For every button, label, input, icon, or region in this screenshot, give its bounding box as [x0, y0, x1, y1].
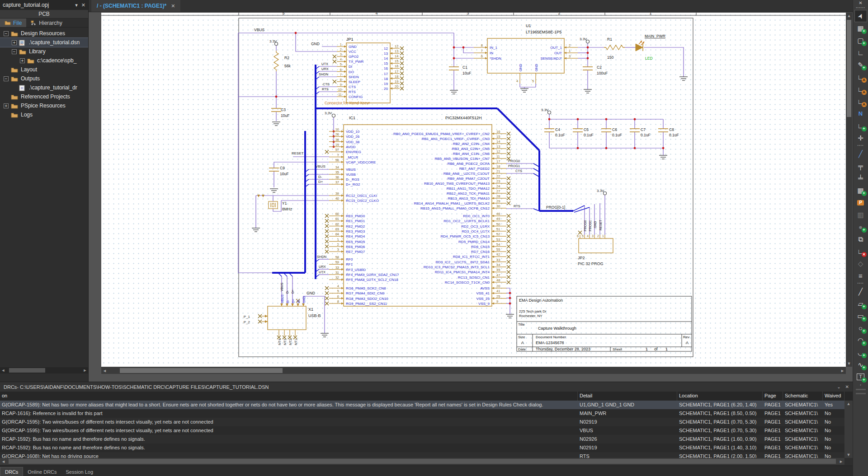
- schematic-canvas[interactable]: 54321DEMA Design Automation225 Tech park…: [101, 13, 846, 367]
- svg-text:D+: D+: [291, 289, 294, 294]
- svg-text:CTS: CTS: [515, 169, 522, 173]
- draw-arc-icon[interactable]: ◠+: [855, 335, 867, 346]
- place-ground-icon[interactable]: ╧: [855, 173, 867, 184]
- netgroup-icon[interactable]: N: [855, 108, 867, 119]
- draw-line-icon[interactable]: ╱: [855, 286, 867, 297]
- svg-text:RF5_PMA8_U2TX_SCL2_CN18: RF5_PMA8_U2TX_SCL2_CN18: [346, 278, 398, 282]
- place-wire-icon[interactable]: ∟: [855, 47, 867, 58]
- svg-text:MT2: MT2: [289, 339, 292, 345]
- svg-text:UTX: UTX: [319, 270, 326, 274]
- draw-text-icon[interactable]: T+: [855, 371, 867, 383]
- chevron-down-icon[interactable]: ▾: [75, 2, 78, 8]
- drc-vscrollbar[interactable]: ▲▼: [844, 401, 853, 458]
- tab-schematic-page1[interactable]: / - (SCHEMATIC1 : PAGE1)* ✕: [91, 0, 180, 12]
- svg-text:54: 54: [496, 243, 500, 247]
- bus-entry-icon[interactable]: ≡: [855, 270, 867, 281]
- select-arrow-icon[interactable]: ➤: [855, 10, 867, 22]
- col-page[interactable]: Page: [763, 392, 783, 401]
- collapsed-panel-strip[interactable]: [856, 393, 866, 394]
- draw-polyline-icon[interactable]: ▱+: [855, 298, 867, 309]
- place-pin-icon[interactable]: ▥: [855, 209, 867, 220]
- close-icon[interactable]: ✕: [859, 0, 862, 6]
- tab-file[interactable]: File: [0, 19, 26, 27]
- svg-text:Capture Walkthrough: Capture Walkthrough: [538, 326, 576, 331]
- canvas-vscrollbar[interactable]: ▲▼: [846, 13, 852, 367]
- bottom-tab-session-log[interactable]: Session Log: [61, 467, 98, 476]
- svg-text:RE2_PMD2: RE2_PMD2: [346, 224, 365, 229]
- collapse-icon[interactable]: −: [4, 76, 9, 81]
- pcb-header[interactable]: PCB: [0, 10, 88, 19]
- drc-row[interactable]: RCAP-1592): Bus has no name and therefor…: [0, 435, 844, 443]
- tree-item--capture-tutorial-dr[interactable]: R.\capture_tutorial_dr: [0, 83, 88, 92]
- place-net-alias-icon[interactable]: ✎+: [855, 59, 867, 70]
- collapse-icon[interactable]: −: [4, 31, 9, 36]
- expand-icon[interactable]: +: [12, 40, 17, 45]
- tree-item-library[interactable]: −Library: [0, 47, 88, 56]
- col-detail[interactable]: Detail: [578, 392, 677, 401]
- svg-text:RF3_USBID: RF3_USBID: [346, 268, 366, 272]
- svg-text:57: 57: [335, 148, 339, 152]
- drc-row[interactable]: RCAP-1616): Reference is invalid for thi…: [0, 409, 844, 418]
- col-location[interactable]: Location: [677, 392, 763, 401]
- hierarchical-block-icon[interactable]: ▦+: [855, 185, 867, 196]
- tab-hierarchy[interactable]: Hierarchy: [26, 19, 66, 27]
- col-waived[interactable]: Waived: [823, 392, 844, 401]
- drc-row[interactable]: G(ORCAP-1595): Two wires/buses of differ…: [0, 426, 844, 435]
- place-part-icon[interactable]: ▦+: [855, 23, 867, 34]
- place-part-search-icon[interactable]: ▢+: [855, 35, 867, 46]
- tree-item-label: Outputs: [21, 75, 40, 82]
- collapse-icon[interactable]: −: [12, 49, 17, 54]
- bottom-tab-drcs[interactable]: DRCs: [0, 467, 23, 476]
- drc-row[interactable]: RCAP-1592): Bus has no name and therefor…: [0, 443, 844, 452]
- draw-ellipse-icon[interactable]: ○+: [855, 322, 867, 334]
- drc-path-bar[interactable]: DRCs- C:\USERS\AIDANF\DOCUMENTS\HOW-TOS\…: [0, 382, 853, 392]
- col-description[interactable]: on: [0, 392, 578, 401]
- chevron-down-icon[interactable]: ⌄: [837, 384, 840, 389]
- project-tree-hscrollbar[interactable]: ◄►: [0, 367, 88, 373]
- drc-row[interactable]: G(ORCAP-1595): Two wires/buses of differ…: [0, 418, 844, 426]
- tree-item-referenced-projects[interactable]: Referenced Projects: [0, 92, 88, 101]
- tree-item-layout[interactable]: Layout: [0, 65, 88, 74]
- wire-alias-2-icon[interactable]: ∟A: [855, 84, 867, 95]
- origin-icon[interactable]: ✛: [855, 132, 867, 144]
- close-icon[interactable]: ✕: [81, 2, 85, 8]
- no-connect-icon[interactable]: ∟✕: [855, 246, 867, 257]
- close-icon[interactable]: ✕: [845, 384, 849, 389]
- drc-row[interactable]: G(ORCAP-1608): Net has no driving source…: [0, 452, 844, 458]
- svg-text:6: 6: [481, 54, 483, 58]
- tree-item-c-cadence-spb-[interactable]: +c:\cadence\spb_: [0, 56, 88, 65]
- toolbar-handle[interactable]: ••••••: [856, 6, 865, 10]
- ieee-symbol-icon[interactable]: ◇: [855, 258, 867, 269]
- place-line-diag-icon[interactable]: ╱: [855, 148, 867, 159]
- svg-text:44: 44: [496, 263, 500, 267]
- off-page-connector-icon[interactable]: ⧉: [855, 233, 867, 245]
- tree-item--capture-tutorial-dsn[interactable]: +.\capture_tutorial.dsn: [0, 38, 88, 47]
- place-port-icon[interactable]: P: [855, 197, 867, 208]
- tree-item-pspice-resources[interactable]: +PSpice Resources: [0, 101, 88, 110]
- drc-row[interactable]: G(ORCAP-1589): Net has two or more alias…: [0, 401, 844, 409]
- tree-item-logs[interactable]: Logs: [0, 110, 88, 119]
- pin-array-icon[interactable]: ●+: [855, 221, 867, 233]
- toolbar-overflow-arrow[interactable]: ‹: [860, 383, 861, 387]
- wire-alias-icon[interactable]: ∟A: [855, 71, 867, 83]
- bus-alias-icon[interactable]: ∟A: [855, 96, 867, 107]
- draw-rectangle-icon[interactable]: ▭+: [855, 310, 867, 322]
- collapsed-panel-strip[interactable]: [856, 389, 866, 390]
- close-icon[interactable]: ✕: [171, 3, 175, 9]
- expand-icon[interactable]: +: [20, 58, 25, 63]
- place-power-icon[interactable]: ╤: [855, 160, 867, 172]
- svg-text:RB7_AN7_PGED2: RB7_AN7_PGED2: [459, 167, 490, 171]
- expand-icon[interactable]: +: [4, 103, 9, 108]
- project-titlebar[interactable]: capture_tutorial.opj ▾ ✕: [0, 0, 88, 10]
- place-bus-icon[interactable]: ∟+: [855, 120, 867, 131]
- col-schematic[interactable]: Schematic: [783, 392, 823, 401]
- svg-text:D-: D-: [286, 290, 289, 294]
- canvas-hscrollbar[interactable]: ◄►: [101, 367, 846, 374]
- svg-text:EMA Design Automation: EMA Design Automation: [519, 298, 563, 303]
- tree-item-outputs[interactable]: −Outputs: [0, 74, 88, 83]
- draw-bezier-icon[interactable]: ∿+: [855, 359, 867, 370]
- draw-arc2-icon[interactable]: ◡+: [855, 347, 867, 358]
- drc-hscrollbar[interactable]: ◄►: [0, 458, 844, 465]
- bottom-tab-online-drcs[interactable]: Online DRCs: [23, 467, 61, 476]
- tree-item-design-resources[interactable]: −Design Resources: [0, 29, 88, 38]
